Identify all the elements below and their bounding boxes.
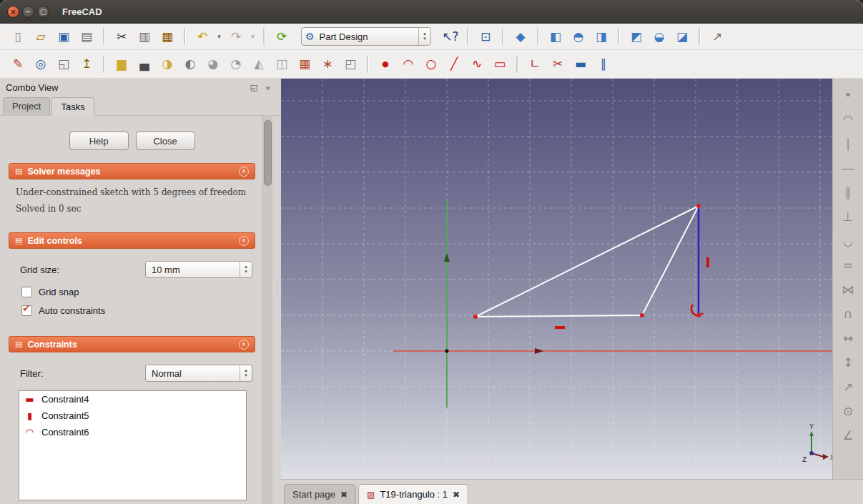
circle-icon[interactable]: ○ <box>420 54 442 74</box>
constrain-horizontal-icon[interactable]: ― <box>838 159 858 177</box>
sketch-vertex[interactable] <box>473 315 478 319</box>
new-sketch-icon[interactable]: ✎ <box>7 54 29 74</box>
print-icon[interactable]: ▤ <box>76 26 97 46</box>
vertical-constraint-marker[interactable] <box>706 257 709 267</box>
top-view-icon[interactable]: ◓ <box>568 26 589 46</box>
close-button[interactable]: Close <box>136 132 195 150</box>
tab-t19-triangulo[interactable]: ▨ T19-triangulo : 1 ✖ <box>358 484 468 504</box>
arc-icon[interactable]: ◠ <box>398 54 419 74</box>
point-icon[interactable]: ● <box>375 54 396 74</box>
external-geometry-icon[interactable]: ▬ <box>570 54 591 74</box>
redo-dropdown-icon[interactable]: ▾ <box>248 26 257 46</box>
tab-tasks[interactable]: Tasks <box>51 97 94 116</box>
grid-snap-checkbox[interactable]: Grid snap <box>21 287 254 297</box>
pocket-icon[interactable]: ▄ <box>134 54 155 74</box>
line-icon[interactable]: ╱ <box>443 54 465 74</box>
workbench-spinner[interactable]: ▴▾ <box>418 28 430 45</box>
window-maximize-button[interactable]: ▢ <box>37 6 49 18</box>
edit-sketch-icon[interactable]: ◎ <box>30 54 51 74</box>
undo-icon[interactable]: ↶ <box>192 26 213 46</box>
auto-constraints-checkbox[interactable]: ✔ Auto constraints <box>21 305 254 316</box>
float-panel-icon[interactable]: ◱ <box>248 83 260 92</box>
construction-mode-icon[interactable]: ∥ <box>593 54 614 74</box>
tab-start-page[interactable]: Start page ✖ <box>284 484 356 504</box>
constraints-header[interactable]: ▤ Constraints ∧ <box>9 336 255 352</box>
collapse-icon[interactable]: ∧ <box>239 236 249 246</box>
sketch-fillet-icon[interactable]: ∟ <box>524 54 546 74</box>
window-close-button[interactable]: × <box>7 6 19 18</box>
bottom-view-icon[interactable]: ◒ <box>649 26 670 46</box>
open-folder-icon[interactable]: ▱ <box>30 26 51 46</box>
pad-icon[interactable]: ▆ <box>111 54 132 74</box>
redo-icon[interactable]: ↷ <box>225 26 247 46</box>
paste-icon[interactable]: ▦ <box>157 26 178 46</box>
scrollbar-thumb[interactable] <box>264 120 272 186</box>
scaled-icon[interactable]: ◰ <box>340 54 361 74</box>
fit-all-icon[interactable]: ⊡ <box>475 26 496 46</box>
tab-project[interactable]: Project <box>3 97 50 115</box>
axonometric-view-icon[interactable]: ◆ <box>510 26 531 46</box>
constraint-item[interactable]: ▮ Constraint5 <box>19 407 246 424</box>
edit-controls-header[interactable]: ▤ Edit controls ∧ <box>9 232 255 249</box>
constrain-distance-icon[interactable]: ↗ <box>838 377 858 396</box>
fillet-icon[interactable]: ◕ <box>202 54 224 74</box>
grid-size-select[interactable]: 10 mm ▴▾ <box>145 261 252 278</box>
sketch-vertex[interactable] <box>640 313 644 317</box>
polyline-icon[interactable]: ∿ <box>466 54 488 74</box>
constraint-item[interactable]: ◠ Constraint6 <box>19 424 246 440</box>
mirrored-icon[interactable]: ◫ <box>271 54 292 74</box>
constrain-symmetric-icon[interactable]: ⋈ <box>838 280 858 299</box>
front-view-icon[interactable]: ◧ <box>545 26 566 46</box>
constrain-parallel-icon[interactable]: ∥ <box>838 183 858 202</box>
panel-scrollbar[interactable] <box>262 115 272 504</box>
right-view-icon[interactable]: ◨ <box>591 26 612 46</box>
left-view-icon[interactable]: ◪ <box>671 26 693 46</box>
constrain-equal-icon[interactable]: = <box>838 256 858 275</box>
constrain-distance-y-icon[interactable]: ↕ <box>838 353 858 372</box>
cut-icon[interactable]: ✂ <box>111 26 132 46</box>
rectangle-icon[interactable]: ▭ <box>489 54 511 74</box>
panel-splitter[interactable]: ∙∙ <box>274 283 280 299</box>
constrain-coincident-icon[interactable]: • <box>838 86 858 104</box>
constrain-perpendicular-icon[interactable]: ⊥ <box>838 207 858 226</box>
constrain-radius-icon[interactable]: ⊙ <box>838 402 858 420</box>
linear-pattern-icon[interactable]: ▦ <box>294 54 315 74</box>
undo-dropdown-icon[interactable]: ▾ <box>214 26 224 46</box>
filter-select[interactable]: Normal ▴▾ <box>145 365 252 382</box>
revolution-icon[interactable]: ◑ <box>157 54 178 74</box>
collapse-icon[interactable]: ∧ <box>239 167 249 177</box>
origin-point[interactable] <box>445 350 449 353</box>
constrain-distance-x-icon[interactable]: ↔ <box>838 329 858 347</box>
rear-view-icon[interactable]: ◩ <box>626 26 647 46</box>
filter-spinner[interactable]: ▴▾ <box>240 365 252 381</box>
close-panel-icon[interactable]: × <box>262 84 274 92</box>
polar-pattern-icon[interactable]: ∗ <box>317 54 338 74</box>
whatsthis-icon[interactable]: ↖? <box>440 26 461 46</box>
solver-messages-header[interactable]: ▤ Solver messages ∧ <box>9 163 255 179</box>
constrain-lock-icon[interactable]: ∩ <box>838 305 858 323</box>
refresh-icon[interactable]: ⟳ <box>271 26 292 46</box>
measure-distance-icon[interactable]: ↗ <box>706 26 728 46</box>
constrain-point-on-object-icon[interactable]: ◠ <box>838 110 858 129</box>
tab-close-icon[interactable]: ✖ <box>340 490 347 500</box>
help-button[interactable]: Help <box>69 132 129 150</box>
copy-icon[interactable]: ▥ <box>134 26 155 46</box>
constrain-tangent-icon[interactable]: ◡ <box>838 232 858 250</box>
sketch-vertex[interactable] <box>696 313 701 317</box>
horizontal-constraint-marker[interactable] <box>555 326 565 329</box>
3d-viewport[interactable]: Y X Z <box>281 79 832 479</box>
chamfer-icon[interactable]: ◔ <box>225 54 247 74</box>
trim-edge-icon[interactable]: ✂ <box>547 54 568 74</box>
sketch-vertex[interactable] <box>696 204 701 208</box>
constrain-vertical-icon[interactable]: ∣ <box>838 134 858 153</box>
grid-size-spinner[interactable]: ▴▾ <box>240 262 252 277</box>
groove-icon[interactable]: ◐ <box>179 54 201 74</box>
workbench-selector[interactable]: ⚙ Part Design ▴▾ <box>301 27 431 46</box>
save-icon[interactable]: ▣ <box>53 26 74 46</box>
constrain-angle-icon[interactable]: ∠ <box>838 426 858 445</box>
window-minimize-button[interactable]: − <box>22 6 34 18</box>
tab-close-icon[interactable]: ✖ <box>453 490 460 500</box>
reorient-sketch-icon[interactable]: ↥ <box>76 54 97 74</box>
new-file-icon[interactable]: ▯ <box>7 26 29 46</box>
draft-icon[interactable]: ◭ <box>248 54 270 74</box>
